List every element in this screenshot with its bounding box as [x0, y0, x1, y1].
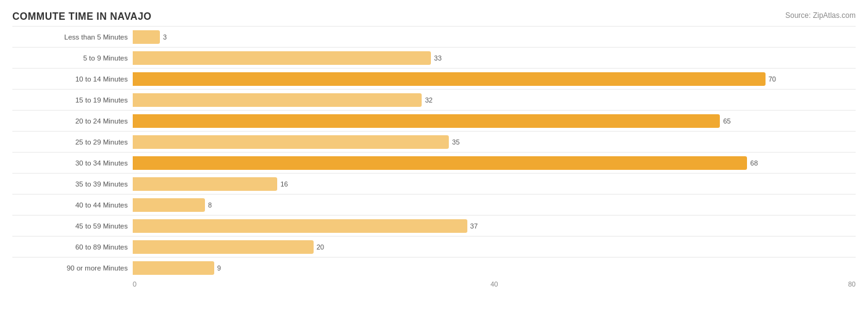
bar-fill — [133, 114, 720, 128]
bar-row: 45 to 59 Minutes37 — [12, 215, 856, 236]
bar-fill — [133, 51, 431, 65]
bar-track: 20 — [133, 240, 856, 254]
bar-track: 68 — [133, 156, 856, 170]
bar-fill — [133, 135, 449, 149]
bar-value: 68 — [750, 159, 757, 167]
bar-track: 37 — [133, 219, 856, 233]
bar-fill — [133, 93, 422, 107]
bar-track: 3 — [133, 30, 856, 44]
x-axis-tick-label: 80 — [848, 280, 856, 288]
bar-label: 60 to 89 Minutes — [12, 243, 133, 251]
bar-value: 33 — [434, 54, 441, 62]
bar-fill — [133, 261, 214, 275]
bar-label: 30 to 34 Minutes — [12, 159, 133, 167]
bar-value: 20 — [317, 243, 324, 251]
bar-label: 20 to 24 Minutes — [12, 117, 133, 125]
bar-value: 37 — [470, 222, 478, 230]
bar-fill — [133, 219, 467, 233]
bar-fill — [133, 72, 766, 86]
bar-label: 45 to 59 Minutes — [12, 222, 133, 230]
bar-value: 35 — [452, 138, 459, 146]
bar-label: 5 to 9 Minutes — [12, 54, 133, 62]
bar-label: 25 to 29 Minutes — [12, 138, 133, 146]
bar-fill — [133, 240, 314, 254]
bar-value: 3 — [163, 33, 167, 41]
bar-value: 9 — [217, 264, 221, 272]
bar-label: 90 or more Minutes — [12, 264, 133, 272]
bar-row: 40 to 44 Minutes8 — [12, 194, 856, 215]
bar-label: 15 to 19 Minutes — [12, 96, 133, 104]
chart-area: Less than 5 Minutes35 to 9 Minutes3310 t… — [12, 26, 856, 293]
chart-container: COMMUTE TIME IN NAVAJO Source: ZipAtlas.… — [0, 0, 868, 323]
bar-value: 8 — [208, 201, 212, 209]
bar-row: 20 to 24 Minutes65 — [12, 110, 856, 131]
bar-fill — [133, 198, 205, 212]
bar-track: 33 — [133, 51, 856, 65]
bar-row: Less than 5 Minutes3 — [12, 26, 856, 47]
bar-row: 90 or more Minutes9 — [12, 257, 856, 278]
bar-value: 70 — [769, 75, 776, 83]
bar-row: 35 to 39 Minutes16 — [12, 173, 856, 194]
bar-value: 16 — [280, 180, 288, 188]
x-axis: 04080 — [133, 280, 856, 293]
bar-row: 30 to 34 Minutes68 — [12, 152, 856, 173]
chart-title: COMMUTE TIME IN NAVAJO — [12, 11, 856, 22]
bar-track: 9 — [133, 261, 856, 275]
bar-track: 35 — [133, 135, 856, 149]
bar-value: 32 — [425, 96, 432, 104]
bar-row: 60 to 89 Minutes20 — [12, 236, 856, 257]
bar-value: 65 — [723, 117, 730, 125]
bar-label: 35 to 39 Minutes — [12, 180, 133, 188]
bar-row: 5 to 9 Minutes33 — [12, 47, 856, 68]
bar-track: 65 — [133, 114, 856, 128]
x-axis-tick-label: 0 — [133, 280, 136, 288]
bar-row: 10 to 14 Minutes70 — [12, 68, 856, 89]
bar-fill — [133, 177, 277, 191]
bar-track: 16 — [133, 177, 856, 191]
bar-row: 25 to 29 Minutes35 — [12, 131, 856, 152]
bar-label: 40 to 44 Minutes — [12, 201, 133, 209]
source-label: Source: ZipAtlas.com — [785, 11, 856, 20]
bar-row: 15 to 19 Minutes32 — [12, 89, 856, 110]
bar-fill — [133, 156, 747, 170]
bar-track: 70 — [133, 72, 856, 86]
bar-label: 10 to 14 Minutes — [12, 75, 133, 83]
bar-track: 8 — [133, 198, 856, 212]
x-axis-tick-label: 40 — [490, 280, 498, 288]
bar-label: Less than 5 Minutes — [12, 33, 133, 41]
bar-track: 32 — [133, 93, 856, 107]
bar-fill — [133, 30, 160, 44]
